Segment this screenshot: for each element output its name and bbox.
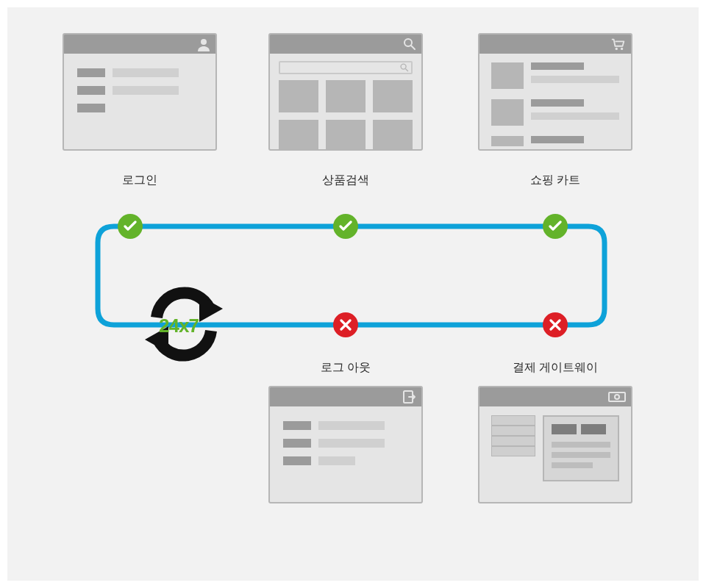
cross-icon <box>549 319 562 331</box>
cart-window <box>478 33 632 151</box>
svg-point-5 <box>616 48 618 50</box>
logout-window-body <box>270 406 421 489</box>
logout-status-node <box>333 312 358 337</box>
money-icon <box>607 390 627 404</box>
cart-label: 쇼핑 카트 <box>478 173 632 188</box>
magnifier-small-icon <box>399 62 410 73</box>
login-label: 로그인 <box>63 173 217 188</box>
svg-line-2 <box>411 46 415 49</box>
cart-icon <box>610 37 627 51</box>
cart-status-node <box>543 214 568 239</box>
user-icon <box>196 37 211 51</box>
svg-marker-7 <box>199 295 223 322</box>
svg-point-3 <box>401 64 406 69</box>
search-field-placeholder <box>279 61 413 74</box>
svg-point-6 <box>621 48 623 50</box>
gateway-window <box>478 386 632 503</box>
svg-line-4 <box>405 68 408 71</box>
check-icon <box>339 220 352 232</box>
gateway-window-titlebar <box>479 387 631 406</box>
svg-point-0 <box>201 39 207 45</box>
svg-point-11 <box>615 395 619 399</box>
check-icon <box>549 220 562 232</box>
search-window <box>268 33 423 151</box>
search-status-node <box>333 214 358 239</box>
gateway-label: 결제 게이트웨이 <box>478 360 632 376</box>
login-status-node <box>118 214 143 239</box>
login-window-titlebar <box>64 35 215 54</box>
magnifier-icon <box>402 37 417 51</box>
login-window-body <box>64 54 215 136</box>
cart-items <box>479 54 631 151</box>
diagram-frame: 로그인 상품검색 쇼핑 카트 24x7 로그 아웃 결제 게이트웨이 <box>7 7 699 581</box>
cycle-label: 24x7 <box>159 315 199 337</box>
gateway-window-body <box>479 406 631 490</box>
logout-window-titlebar <box>270 387 421 406</box>
search-window-titlebar <box>270 35 421 54</box>
cross-icon <box>339 319 352 331</box>
exit-icon <box>402 390 417 404</box>
cart-window-titlebar <box>479 35 631 54</box>
svg-rect-10 <box>609 392 625 401</box>
login-window <box>63 33 217 151</box>
logout-window <box>268 386 423 503</box>
gateway-status-node <box>543 312 568 337</box>
logout-label: 로그 아웃 <box>268 360 423 376</box>
check-icon <box>124 220 137 232</box>
search-label: 상품검색 <box>268 173 423 188</box>
search-results-grid <box>270 74 421 151</box>
